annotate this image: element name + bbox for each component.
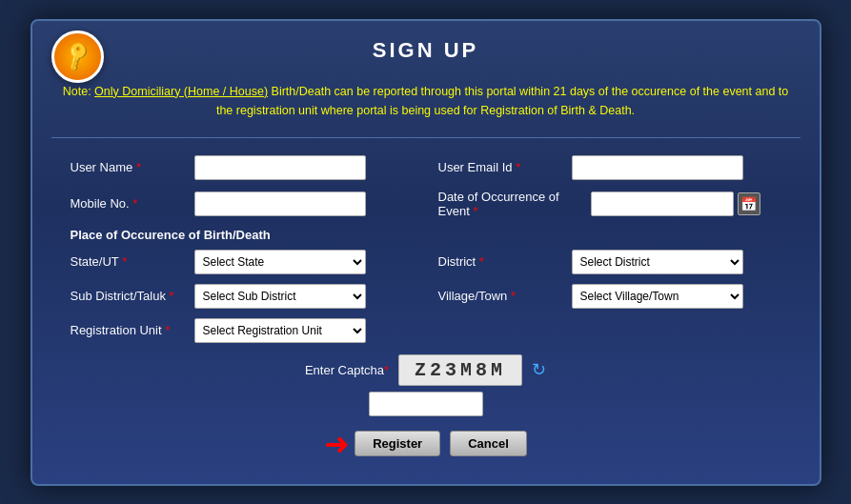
cancel-button[interactable]: Cancel xyxy=(450,431,527,456)
email-input[interactable] xyxy=(572,155,743,180)
place-section-title: Place of Occurence of Birth/Death xyxy=(71,228,781,242)
email-label: User Email Id * xyxy=(438,160,572,174)
captcha-input[interactable] xyxy=(369,392,483,416)
state-select[interactable]: Select State xyxy=(194,250,366,274)
modal-title: SIGN UP xyxy=(373,38,478,63)
subdistrict-label: Sub District/Taluk * xyxy=(71,289,194,303)
date-group: Date of Occurrence of Event * 📅 xyxy=(438,190,781,218)
captcha-row: Enter Captcha* Z23M8M ↻ xyxy=(305,354,546,386)
district-select[interactable]: Select District xyxy=(572,250,743,274)
divider xyxy=(51,137,800,138)
row-state-district: State/UT * Select State District * Selec… xyxy=(71,250,781,274)
row-subdistrict-village: Sub District/Taluk * Select Sub District… xyxy=(71,284,781,309)
date-input[interactable] xyxy=(591,192,734,216)
mobile-label: Mobile No. * xyxy=(71,196,194,211)
captcha-label: Enter Captcha* xyxy=(305,363,389,377)
subdistrict-select[interactable]: Select Sub District xyxy=(194,284,366,309)
state-label: State/UT * xyxy=(71,254,194,269)
date-input-wrap: 📅 xyxy=(591,192,760,216)
note-underline: Only Domiciliary (Home / House) xyxy=(94,85,268,98)
village-select[interactable]: Select Village/Town xyxy=(572,284,743,309)
note-suffix: Birth/Death can be reported through this… xyxy=(216,85,788,117)
district-label: District * xyxy=(438,254,572,269)
form-section: User Name * User Email Id * Mobile No. * xyxy=(32,146,820,343)
row-username-email: User Name * User Email Id * xyxy=(71,155,781,180)
note-text: Note: Only Domiciliary (Home / House) Bi… xyxy=(63,85,789,117)
key-icon: 🔑 xyxy=(51,30,104,83)
username-input[interactable] xyxy=(194,155,366,180)
signup-modal: 🔑 SIGN UP Note: Only Domiciliary (Home /… xyxy=(30,19,821,486)
district-group: District * Select District xyxy=(438,250,781,274)
row-mobile-date: Mobile No. * Date of Occurrence of Event… xyxy=(71,190,781,218)
button-row: ➜ Register Cancel xyxy=(32,426,820,462)
village-group: Village/Town * Select Village/Town xyxy=(438,284,781,309)
captcha-image: Z23M8M xyxy=(398,354,522,386)
regunit-label: Registration Unit * xyxy=(71,323,194,337)
calendar-icon[interactable]: 📅 xyxy=(738,192,760,215)
modal-header: 🔑 SIGN UP xyxy=(32,21,820,74)
note-section: Note: Only Domiciliary (Home / House) Bi… xyxy=(51,74,800,128)
refresh-captcha-icon[interactable]: ↻ xyxy=(532,359,546,380)
email-group: User Email Id * xyxy=(438,155,781,180)
username-label: User Name * xyxy=(71,160,194,174)
date-label: Date of Occurrence of Event * xyxy=(438,190,591,218)
village-label: Village/Town * xyxy=(438,289,572,303)
row-regunit: Registration Unit * Select Registration … xyxy=(71,318,781,343)
note-prefix: Note: xyxy=(63,85,94,98)
register-button[interactable]: Register xyxy=(355,431,440,456)
mobile-input[interactable] xyxy=(194,192,366,216)
regunit-select[interactable]: Select Registration Unit xyxy=(194,318,366,343)
captcha-section: Enter Captcha* Z23M8M ↻ xyxy=(32,354,820,416)
arrow-wrap: ➜ xyxy=(324,426,345,462)
arrow-icon: ➜ xyxy=(324,426,350,462)
